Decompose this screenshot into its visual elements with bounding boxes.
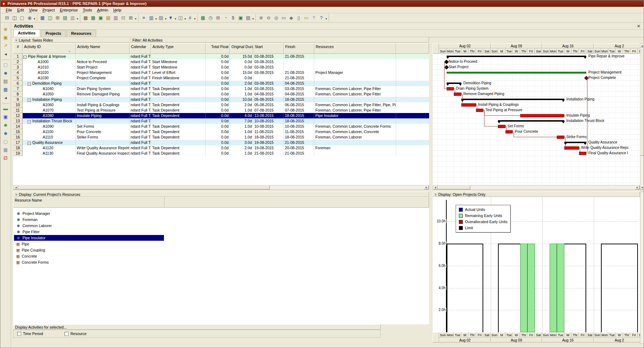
- milestone-diamond[interactable]: [444, 60, 449, 64]
- group-sort-icon-dropdown[interactable]: ▾: [184, 17, 186, 20]
- projects-shortcut-icon[interactable]: ▣: [2, 113, 9, 120]
- column-header-id[interactable]: Activity ID▿: [23, 43, 76, 54]
- gantt-timescale[interactable]: Aug 02SunMonTueWThrFriSatAug 09SunMTueWT…: [433, 43, 640, 54]
- gantt-chart[interactable]: Pipe Repair & ImproveNotice to ProceedSt…: [433, 54, 640, 185]
- tab-activities[interactable]: Activities: [13, 29, 40, 37]
- table-row[interactable]: 14A1090Set Formsndard Full TimeTask Depe…: [13, 124, 429, 129]
- menu-tools[interactable]: Tools: [80, 8, 95, 13]
- table-row[interactable]: 18A1120Write Quality Assurance Reportnda…: [13, 145, 429, 151]
- columns-icon[interactable]: ▥: [148, 14, 155, 21]
- table-row[interactable]: 9−Installation Pipingndard Full Time0.0d…: [13, 97, 429, 102]
- resource-item[interactable]: ▦Pipe: [14, 241, 164, 247]
- milestone-diamond[interactable]: [444, 65, 449, 70]
- filter-icon-dropdown[interactable]: ▾: [175, 17, 176, 20]
- resource-usage-histogram[interactable]: 10.0h8.0h6.0h4.0h2.0hActual UnitsRemaini…: [433, 197, 640, 332]
- import-icon[interactable]: ↗: [2, 42, 9, 49]
- table-row[interactable]: 12A1080Insulate Pipingndard Full TimeTas…: [13, 113, 429, 118]
- menu-enterprise[interactable]: Enterprise: [57, 8, 80, 13]
- checkbox-time-period[interactable]: Time Period: [17, 331, 43, 336]
- resource-item[interactable]: ☻Pipe Insulator: [14, 235, 164, 241]
- scroll-thumb[interactable]: [19, 185, 270, 189]
- trace-logic-icon[interactable]: ▤: [62, 14, 69, 21]
- table-row[interactable]: 3A1010Start Projectndard Full TimeStart …: [13, 65, 429, 70]
- tracking-icon[interactable]: ⊟: [120, 14, 127, 21]
- table-view-icon[interactable]: ▦: [39, 14, 46, 21]
- gantt-bar-task[interactable]: [506, 130, 513, 133]
- column-header-calendar[interactable]: Calendar: [130, 43, 151, 54]
- column-header-num[interactable]: #: [13, 43, 23, 54]
- scroll-left-icon[interactable]: ◄: [14, 185, 18, 189]
- documents-shortcut-icon[interactable]: ▢: [2, 138, 9, 145]
- collapse-icon[interactable]: −: [28, 99, 31, 102]
- checkbox-box[interactable]: [17, 332, 21, 336]
- recalc-costs-icon[interactable]: ▣: [237, 14, 244, 21]
- resource-item[interactable]: ☻Common Laborer: [14, 223, 164, 229]
- gantt-bar-task[interactable]: [564, 146, 579, 150]
- menu-edit[interactable]: Edit: [15, 8, 27, 13]
- resource-item[interactable]: ▦Concrete Forms: [14, 259, 164, 265]
- activity-usage-icon[interactable]: ▥: [69, 14, 76, 21]
- network-view-icon[interactable]: ⊞: [54, 14, 61, 21]
- collapse-icon[interactable]: −: [23, 56, 27, 59]
- gantt-bar-task[interactable]: [579, 152, 587, 155]
- table-font-icon-dropdown[interactable]: ▾: [165, 17, 166, 20]
- table-row[interactable]: 13−Installation Thrust Blockndard Full T…: [13, 118, 429, 124]
- activities-icon[interactable]: ▣: [97, 14, 104, 21]
- whats-this-icon[interactable]: ?: [318, 14, 325, 21]
- wbs-shortcut-icon[interactable]: ▢: [2, 61, 9, 68]
- bars-icon[interactable]: ≡: [140, 14, 147, 21]
- table-row[interactable]: 19A1130Final Quality Assurance Inspectio…: [13, 151, 429, 156]
- gantt-view-icon[interactable]: ◫: [47, 14, 53, 21]
- wbs-icon[interactable]: ▦: [90, 14, 97, 21]
- table-row[interactable]: 11A1070Test Piping at Pressurendard Full…: [13, 108, 429, 113]
- layout-bar[interactable]: ∨ Layout: Swiss Rides: [13, 37, 131, 43]
- summarize-icon[interactable]: ▤: [245, 14, 252, 21]
- gantt-hscrollbar[interactable]: ◄ ►: [433, 185, 640, 190]
- resource-item[interactable]: ▦Concrete: [14, 253, 164, 259]
- table-row[interactable]: 7A1040Drain Piping Systemndard Full Time…: [13, 86, 429, 91]
- collapse-icon[interactable]: −: [28, 142, 31, 145]
- table-row[interactable]: 6−Demolition Pipingndard Full Time0.0d2.…: [13, 81, 429, 86]
- vertical-splitter[interactable]: [429, 37, 433, 190]
- scroll-right-icon[interactable]: ►: [424, 185, 429, 189]
- column-header-duration[interactable]: Original Duration: [230, 43, 253, 54]
- gantt-bar-summary[interactable]: [461, 99, 564, 100]
- toolbar-group-6-more[interactable]: ▾: [325, 17, 327, 20]
- toolbar-group-2-more[interactable]: ▾: [77, 17, 78, 20]
- table-font-icon[interactable]: ▤: [158, 14, 164, 21]
- collapse-icon[interactable]: −: [28, 120, 31, 123]
- finish-milestone-diamond[interactable]: [584, 76, 589, 80]
- new-project-icon[interactable]: ⊕: [2, 25, 9, 33]
- menu-view[interactable]: View: [27, 8, 40, 13]
- resources-icon[interactable]: ▤: [105, 14, 112, 21]
- collapse-icon[interactable]: −: [28, 83, 31, 86]
- resource-item[interactable]: ☻Foreman: [14, 217, 164, 222]
- zoom-100-icon[interactable]: ◎: [273, 14, 279, 21]
- resource-item[interactable]: ☻Project Manager: [14, 211, 164, 216]
- column-header-float[interactable]: Total Float: [206, 43, 230, 54]
- table-row[interactable]: 16A1110Strike Formsndard Full TimeTask D…: [13, 135, 429, 140]
- reports-shortcut-icon[interactable]: ▤: [2, 77, 9, 85]
- table-row[interactable]: 4A1020Project Managementndard Full TimeL…: [13, 70, 429, 75]
- close-icon[interactable]: ✕: [636, 24, 641, 29]
- open-project-icon[interactable]: ▣: [2, 34, 9, 41]
- level-resources-icon[interactable]: ⊞: [215, 14, 221, 21]
- activities-shortcut-icon[interactable]: ▬: [2, 105, 9, 112]
- gantt-bar-task[interactable]: [520, 114, 564, 117]
- resource-item[interactable]: ▦Pipe Coupling: [14, 247, 164, 253]
- toolbar-group-1-more[interactable]: ▾: [34, 17, 35, 20]
- vertical-split-icon[interactable]: ▯: [295, 14, 302, 21]
- gantt-bar-summary[interactable]: [447, 56, 587, 57]
- gantt-bar-summary[interactable]: [447, 83, 461, 84]
- scroll-right-icon[interactable]: ►: [635, 185, 640, 189]
- gantt-bar-task[interactable]: [557, 136, 564, 139]
- column-header-extra[interactable]: [396, 43, 429, 54]
- apply-actuals-icon[interactable]: ◔: [222, 14, 229, 21]
- filter-icon[interactable]: ▼: [167, 14, 174, 21]
- update-progress-icon[interactable]: $: [230, 14, 236, 21]
- gantt-bar-task[interactable]: [461, 103, 476, 107]
- checkbox-resource[interactable]: Resource: [65, 331, 86, 336]
- expenses-shortcut-icon[interactable]: ▦: [2, 146, 9, 153]
- resource-name-column-header[interactable]: Resource Name: [13, 197, 165, 208]
- resources-display-bar[interactable]: ∨ Display: Current Project's Resources: [13, 192, 429, 197]
